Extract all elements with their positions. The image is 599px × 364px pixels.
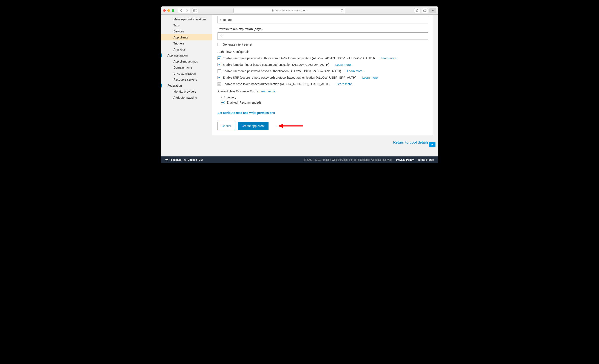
maximize-window-icon[interactable] <box>172 9 174 12</box>
prevent-errors-radio-group: Legacy Enabled (Recommended) <box>221 96 428 104</box>
sidebar-item-label: App clients <box>173 36 188 39</box>
sidebar-item-ui-customization[interactable]: UI customization <box>161 70 212 76</box>
generate-secret-label: Generate client secret <box>223 43 252 46</box>
button-label: Create app client <box>242 124 265 128</box>
learn-more-link[interactable]: Learn more. <box>260 90 276 93</box>
globe-icon <box>184 159 186 161</box>
traffic-lights <box>163 9 174 12</box>
svg-rect-3 <box>423 10 426 12</box>
return-link-label: Return to pool details <box>393 141 429 144</box>
tabs-button[interactable] <box>422 8 428 13</box>
flow-label: Enable SRP (secure remote password) prot… <box>223 76 356 79</box>
sidebar-item-label: Attribute mapping <box>173 96 197 99</box>
learn-more-link[interactable]: Learn more. <box>347 69 363 73</box>
radio-legacy[interactable] <box>221 96 225 99</box>
learn-more-link[interactable]: Learn more. <box>362 76 379 79</box>
refresh-token-input[interactable] <box>218 33 428 40</box>
svg-rect-0 <box>194 9 197 12</box>
learn-more-link[interactable]: Learn more. <box>335 63 351 66</box>
page-body: Message customizations Tags Devices App … <box>161 15 438 156</box>
flow-label: Enable lambda trigger based custom authe… <box>223 63 329 66</box>
close-window-icon[interactable] <box>163 9 166 12</box>
sidebar-item-analytics[interactable]: Analytics <box>161 46 212 52</box>
generate-secret-row: Generate client secret <box>218 43 428 46</box>
titlebar: console.aws.amazon.com <box>161 7 438 15</box>
flow-label: Enable username password based authentic… <box>223 69 341 73</box>
prevent-errors-heading: Prevent User Existence Errors Learn more… <box>218 90 428 93</box>
arrow-annotation-icon <box>278 123 303 129</box>
back-button[interactable] <box>178 8 184 13</box>
terms-link[interactable]: Terms of Use <box>418 158 434 161</box>
app-name-input[interactable] <box>218 16 428 23</box>
sidebar-toggle-button[interactable] <box>192 8 198 13</box>
sidebar-heading-label: Federation <box>167 84 182 87</box>
sidebar-item-label: Identity providers <box>173 90 196 93</box>
reload-icon[interactable] <box>341 9 344 12</box>
language-selector[interactable]: English (US) <box>184 158 203 161</box>
cancel-button[interactable]: Cancel <box>218 122 235 130</box>
flow-row-custom: Enable lambda trigger based custom authe… <box>218 63 428 66</box>
radio-row-enabled: Enabled (Recommended) <box>221 101 428 104</box>
copyright-text: © 2008 - 2019, Amazon Web Services, Inc.… <box>304 158 392 161</box>
return-to-pool-link[interactable]: Return to pool details <box>212 135 434 147</box>
address-bar[interactable]: console.aws.amazon.com <box>233 8 345 13</box>
learn-more-link[interactable]: Learn more. <box>336 82 353 86</box>
footer-label: Feedback <box>169 158 181 161</box>
sidebar-item-label: Message customizations <box>173 18 206 21</box>
privacy-link[interactable]: Privacy Policy <box>396 158 414 161</box>
sidebar-item-domain-name[interactable]: Domain name <box>161 64 212 70</box>
sidebar-item-attribute-mapping[interactable]: Attribute mapping <box>161 94 212 101</box>
sidebar-item-app-client-settings[interactable]: App client settings <box>161 59 212 64</box>
footer-label: English (US) <box>188 158 203 161</box>
sidebar-heading-label: App integration <box>167 54 188 57</box>
sidebar-heading-federation[interactable]: Federation <box>161 83 212 89</box>
flow-checkbox-srp[interactable] <box>218 76 221 79</box>
sidebar-item-label: Devices <box>173 30 184 33</box>
generate-secret-checkbox[interactable] <box>218 43 221 46</box>
nav-buttons <box>178 8 190 13</box>
sidebar-item-triggers[interactable]: Triggers <box>161 40 212 46</box>
sidebar-item-message-customizations[interactable]: Message customizations <box>161 16 212 22</box>
flow-checkbox-refresh <box>218 82 221 86</box>
lock-icon <box>272 9 274 12</box>
new-tab-button[interactable] <box>430 8 436 13</box>
minimize-window-icon[interactable] <box>167 9 170 12</box>
flow-row-refresh: Enable refresh token based authenticatio… <box>218 82 428 86</box>
set-permissions-link[interactable]: Set attribute read and write permissions <box>218 111 275 115</box>
flow-checkbox-userpass[interactable] <box>218 69 221 73</box>
radio-label: Enabled (Recommended) <box>227 101 261 104</box>
svg-marker-6 <box>278 124 283 128</box>
sidebar-item-resource-servers[interactable]: Resource servers <box>161 76 212 83</box>
flow-row-srp: Enable SRP (secure remote password) prot… <box>218 76 428 79</box>
sidebar-item-tags[interactable]: Tags <box>161 22 212 28</box>
sidebar: Message customizations Tags Devices App … <box>161 15 212 156</box>
sidebar-item-label: Analytics <box>173 48 185 51</box>
flow-row-userpass: Enable username password based authentic… <box>218 69 428 73</box>
footer-right: © 2008 - 2019, Amazon Web Services, Inc.… <box>304 158 434 161</box>
flow-label: Enable refresh token based authenticatio… <box>223 82 330 86</box>
sidebar-heading-app-integration[interactable]: App integration <box>161 52 212 59</box>
flow-checkbox-custom[interactable] <box>218 63 221 66</box>
sidebar-item-label: App client settings <box>173 60 198 63</box>
form-card: Refresh token expiration (days) Generate… <box>212 15 434 135</box>
radio-enabled[interactable] <box>221 101 225 104</box>
svg-rect-4 <box>424 9 426 11</box>
sidebar-item-app-clients[interactable]: App clients <box>161 34 212 40</box>
share-button[interactable] <box>414 8 420 13</box>
auth-flows-heading: Auth Flows Configuration <box>218 50 428 53</box>
learn-more-link[interactable]: Learn more. <box>381 57 397 60</box>
sidebar-item-devices[interactable]: Devices <box>161 28 212 34</box>
create-app-client-button[interactable]: Create app client <box>238 122 269 130</box>
radio-label: Legacy <box>227 96 236 99</box>
content-area: Refresh token expiration (days) Generate… <box>212 15 438 156</box>
sidebar-item-label: Triggers <box>173 42 184 45</box>
flow-label: Enable username password auth for admin … <box>223 57 375 60</box>
scroll-top-button[interactable] <box>429 142 435 147</box>
sidebar-item-identity-providers[interactable]: Identity providers <box>161 89 212 94</box>
radio-row-legacy: Legacy <box>221 96 428 99</box>
feedback-link[interactable]: Feedback <box>165 158 181 161</box>
forward-button[interactable] <box>184 8 190 13</box>
button-row: Cancel Create app client <box>218 122 428 130</box>
button-label: Cancel <box>222 124 231 128</box>
flow-checkbox-admin[interactable] <box>218 57 221 60</box>
